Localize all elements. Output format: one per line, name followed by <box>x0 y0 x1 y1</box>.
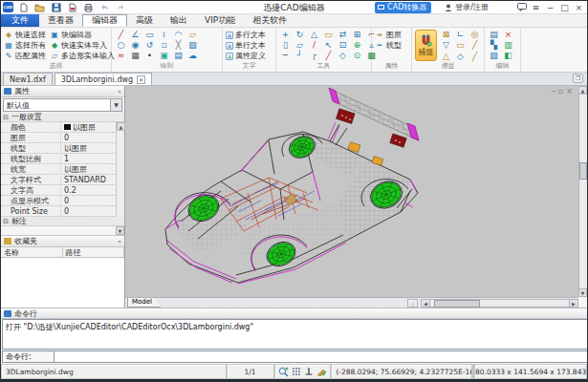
command-input[interactable] <box>54 350 588 363</box>
revcloud-icon[interactable]: ↺ <box>143 40 156 51</box>
donut-icon[interactable]: ◉ <box>129 40 142 51</box>
draft-mode-icon[interactable] <box>316 367 327 376</box>
copy-with-base-icon[interactable]: ▧ <box>488 51 500 61</box>
scroll-left-icon[interactable]: ◀ <box>421 299 430 308</box>
rotate-icon[interactable]: ↻ <box>294 30 306 40</box>
horizontal-scrollbar[interactable] <box>430 299 569 308</box>
corner-icon[interactable]: ┌ <box>308 51 320 61</box>
favorites-col-path[interactable]: 路径 <box>63 247 125 257</box>
area-icon[interactable]: ⊙ <box>351 51 363 61</box>
image-icon[interactable]: ▱ <box>186 30 199 40</box>
feedback-icon[interactable] <box>515 2 528 13</box>
snap-quadrant-icon[interactable]: ◇ <box>454 52 467 62</box>
minimize-button[interactable]: − <box>544 2 556 13</box>
paste-special-icon[interactable]: ◧ <box>502 51 514 61</box>
break-icon[interactable]: / <box>308 40 320 51</box>
collapse-panel-icon[interactable]: « <box>118 238 121 245</box>
property-row[interactable]: 线型以图层 <box>1 143 124 154</box>
polygon-entity-input[interactable]: ▱多边形实体输入 <box>50 51 115 61</box>
cad-converter-button[interactable]: CAD转换器 <box>375 2 431 13</box>
tab-viewer[interactable]: 查看器 <box>39 14 82 27</box>
match-properties[interactable]: ✎匹配属性 <box>4 51 48 61</box>
mdi-window-controls[interactable]: –▫× <box>552 87 576 96</box>
scroll-down-icon[interactable]: ▼ <box>116 226 124 235</box>
property-row[interactable]: 点显示模式0 <box>1 196 124 206</box>
measure-icon[interactable]: ⊕ <box>351 40 363 51</box>
lengthen-icon[interactable]: ─ <box>279 51 292 61</box>
redo-icon[interactable] <box>115 2 127 13</box>
snap-tangent-icon[interactable]: ╱ <box>468 52 481 62</box>
ortho-toggle-icon[interactable] <box>304 367 314 376</box>
polyline-icon[interactable]: ≀ <box>158 30 170 40</box>
undo-icon[interactable] <box>98 2 111 13</box>
property-row[interactable]: 线宽以图层 <box>1 164 124 175</box>
dropdown-arrow-icon[interactable]: ▼ <box>110 99 121 111</box>
section-dimension[interactable]: ⊟ 标注 <box>1 217 124 226</box>
select-all[interactable]: ▦选择所有 <box>4 40 48 51</box>
favorites-list[interactable] <box>1 258 124 308</box>
property-row[interactable]: 文字高0.2 <box>1 185 124 196</box>
property-row[interactable]: 文字样式STANDARD <box>1 175 124 185</box>
grid-icon[interactable]: ▤ <box>172 51 185 61</box>
model-tab[interactable]: Model <box>127 298 161 308</box>
scroll-right-icon[interactable]: ▶ <box>569 299 578 308</box>
layers[interactable]: ≡图层 <box>375 30 408 40</box>
zoom-extents-icon[interactable] <box>278 367 289 377</box>
collapse-section-icon[interactable]: ⊟ <box>3 218 9 225</box>
join-icon[interactable]: ⊡ <box>337 40 349 51</box>
tab-output[interactable]: 输出 <box>162 14 196 27</box>
model-canvas[interactable]: –▫× <box>125 86 578 297</box>
array-icon[interactable]: ⊞ <box>351 30 363 40</box>
property-row[interactable]: 线型比例1 <box>1 154 124 164</box>
quick-select[interactable]: ◈快速选择 <box>4 30 48 40</box>
scroll-up-icon[interactable]: ▲ <box>117 122 125 131</box>
extend-icon[interactable]: ↖ <box>322 40 335 51</box>
mtext[interactable]: A多行文本 <box>226 30 272 40</box>
new-file-icon[interactable] <box>17 2 30 13</box>
block-icon[interactable]: ▫ <box>158 40 170 51</box>
tab-vip[interactable]: VIP功能 <box>196 14 244 27</box>
snap-node-icon[interactable]: ▭ <box>454 40 467 51</box>
block-editor[interactable]: ▣块编辑器 <box>50 30 115 40</box>
snap-center-icon[interactable]: ◎ <box>468 30 481 40</box>
delete-icon[interactable]: × <box>502 30 514 40</box>
tab-editor[interactable]: 编辑器 <box>82 14 127 27</box>
quick-entity-import[interactable]: ◆快速实体导入 <box>50 40 115 51</box>
property-row[interactable]: Point Size0 <box>1 206 124 217</box>
rectangle-icon[interactable]: ▭ <box>143 30 156 40</box>
single-line-text[interactable]: A单行文本 <box>226 40 272 51</box>
property-row[interactable]: 图层0 <box>1 133 124 143</box>
property-row[interactable]: 颜色以图层 <box>1 122 124 133</box>
open-file-icon[interactable] <box>33 2 46 13</box>
explode-icon[interactable]: ◇ <box>337 51 349 61</box>
spline-icon[interactable]: ≈ <box>115 51 127 61</box>
align-icon[interactable]: ▱ <box>294 40 306 51</box>
linetype[interactable]: ╍线型 <box>375 40 408 51</box>
close-tab-icon[interactable]: ✕ <box>137 75 145 84</box>
tab-advanced[interactable]: 高级 <box>127 14 162 27</box>
divide-icon[interactable]: ╱ <box>322 51 335 61</box>
line-icon[interactable]: ╱ <box>115 30 127 40</box>
export-pdf-icon[interactable] <box>66 2 78 13</box>
hatch-icon[interactable]: ▨ <box>186 40 199 51</box>
section-general-settings[interactable]: ⊟ 一般设置 <box>1 113 124 122</box>
restore-window-icon[interactable]: ❐ <box>573 74 583 83</box>
cut-icon[interactable]: ▚ <box>488 40 500 51</box>
snap-perpendicular-icon[interactable]: ∟ <box>454 30 467 40</box>
command-history[interactable]: 打开 "D:\迅捷\XunjieCADEditor\CADEditorOcx\3… <box>2 319 588 350</box>
paste-icon[interactable]: ▤ <box>488 30 500 40</box>
collapse-panel-icon[interactable]: « <box>118 88 121 96</box>
move-icon[interactable]: + <box>279 30 292 40</box>
properties-scrollbar[interactable]: ▲ <box>116 122 124 217</box>
horizontal-scroll-thumb[interactable] <box>434 300 480 308</box>
snap-endpoint-icon[interactable]: ⊠ <box>440 30 452 40</box>
grid-toggle-icon[interactable] <box>292 367 301 376</box>
scroll-down-icon[interactable]: ▼ <box>578 288 587 297</box>
menu-icon[interactable]: ≡ <box>530 2 542 13</box>
maximize-button[interactable]: □ <box>558 2 571 13</box>
mirror-icon[interactable]: △ <box>308 30 320 40</box>
tab-related-software[interactable]: 相关软件 <box>244 14 295 27</box>
offset-icon[interactable]: ⇄ <box>337 30 349 40</box>
scroll-up-icon[interactable]: ▲ <box>578 86 587 95</box>
doc-tab-new1[interactable]: New1.dxf <box>3 73 53 85</box>
